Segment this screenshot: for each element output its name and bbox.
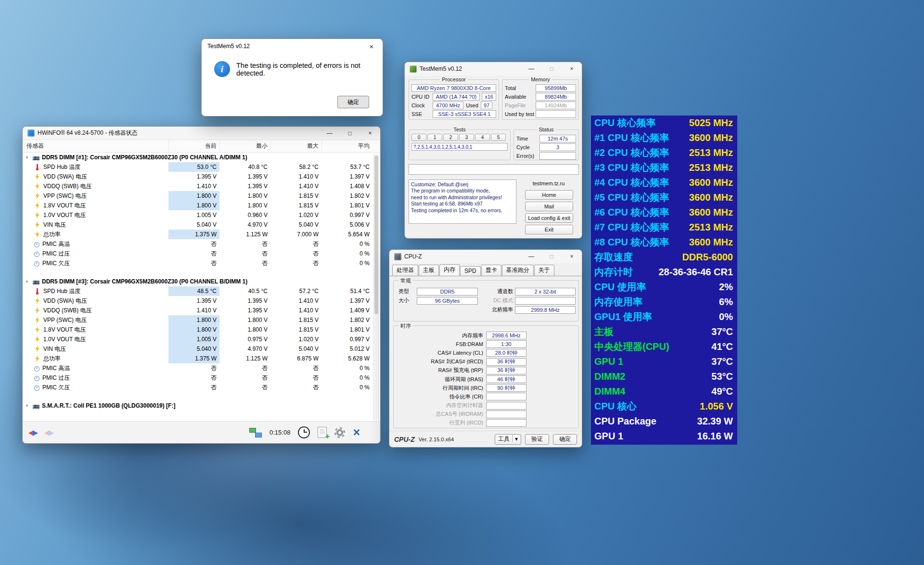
collapse-icon[interactable]: ▼ <box>25 280 33 284</box>
sensor-row[interactable]: VDD (SWA) 电压1.395 V1.395 V1.410 V1.397 V <box>23 296 380 306</box>
sensor-row[interactable]: VIN 电压5.040 V4.970 V5.040 V5.006 V <box>23 220 380 230</box>
sensor-row[interactable]: 1.0V VOUT 电压1.005 V0.975 V1.020 V0.997 V <box>23 334 380 344</box>
osd-value: 53°C <box>711 371 733 382</box>
close-icon[interactable]: × <box>562 62 582 76</box>
timing-label: 循环周期 (tRAS) <box>397 376 486 383</box>
scrollbar-thumb[interactable] <box>374 155 378 314</box>
column-maximum[interactable]: 最大 <box>270 140 321 152</box>
sensor-value: 5.628 W <box>321 354 372 363</box>
memory-stat-field: 89824Mb <box>536 93 576 101</box>
cpuz-footer: CPU-Z Ver. 2.15.0.x64 工具▾ 验证 确定 <box>389 431 582 447</box>
sensor-row[interactable]: PMIC 高温否否否0 % <box>23 363 380 373</box>
hwinfo-title: HWiNFO® 64 v8.24-5700 - 传感器状态 <box>38 129 138 137</box>
cpuz-tab-2[interactable]: 内存 <box>439 264 460 276</box>
settings-gear-icon[interactable] <box>334 427 345 438</box>
test-slot-4-button[interactable]: 4 <box>475 134 490 141</box>
cpuz-brand: CPU-Z <box>394 436 415 443</box>
clock-icon[interactable] <box>298 426 310 438</box>
sensor-row[interactable]: PMIC 过压否否否0 % <box>23 249 380 258</box>
clock-icon <box>34 376 39 381</box>
sensor-section-row[interactable]: ▼S.M.A.R.T.: Coll PE1 1000GB (QLDG300001… <box>23 401 380 411</box>
close-icon[interactable]: × <box>562 250 582 263</box>
left-arrow-icon: ◀ <box>28 428 33 437</box>
remote-monitoring-icon[interactable] <box>249 427 262 437</box>
hwinfo-titlebar[interactable]: HWiNFO® 64 v8.24-5700 - 传感器状态 — □ × <box>23 127 380 140</box>
swap-columns-icon[interactable]: ◀▶ <box>28 428 37 437</box>
collapse-icon[interactable]: ▼ <box>25 155 33 160</box>
close-sensors-icon[interactable]: × <box>353 426 360 438</box>
cpuz-tab-5[interactable]: 基准跑分 <box>502 265 534 276</box>
test-log-listbox[interactable] <box>409 164 579 175</box>
sensor-row[interactable]: SPD Hub 温度48.5 °C40.5 °C57.2 °C51.4 °C <box>23 286 380 296</box>
sensor-row[interactable]: PMIC 高温否否否0 % <box>23 239 380 249</box>
close-icon[interactable]: × <box>360 39 383 53</box>
sensor-row[interactable]: VDD (SWA) 电压1.395 V1.395 V1.410 V1.397 V <box>23 172 380 181</box>
sensor-section-row[interactable]: ▼DDR5 DIMM [#3]: Corsair CMP96GX5M2B6000… <box>23 277 380 286</box>
cpuz-tab-6[interactable]: 关于 <box>534 265 554 276</box>
maximize-icon[interactable]: □ <box>340 127 360 140</box>
minimize-icon[interactable]: — <box>521 250 541 263</box>
collapse-icon[interactable]: ▼ <box>25 404 33 408</box>
sensor-row[interactable]: PMIC 欠压否否否0 % <box>23 258 380 268</box>
tools-button[interactable]: 工具▾ <box>495 434 521 445</box>
sensor-row[interactable]: 1.8V VOUT 电压1.800 V1.800 V1.815 V1.801 V <box>23 325 380 334</box>
dialog-titlebar[interactable]: TestMem5 v0.12 × <box>202 39 383 53</box>
osd-row: GPU 137°C <box>591 354 737 369</box>
column-average[interactable]: 平均 <box>321 140 372 152</box>
cpuz-titlebar[interactable]: CPU-Z — □ × <box>389 250 582 263</box>
sensor-value: 1.800 V <box>168 201 219 210</box>
sensor-row[interactable]: VDDQ (SWB) 电压1.410 V1.395 V1.410 V1.409 … <box>23 306 380 315</box>
sensor-row[interactable]: 总功率1.375 W1.125 W7.000 W5.654 W <box>23 230 380 239</box>
minimize-icon[interactable]: — <box>521 62 541 76</box>
sensor-row[interactable]: 1.0V VOUT 电压1.005 V0.960 V1.020 V0.997 V <box>23 210 380 220</box>
customize-log-box[interactable]: Customize: Default @serjThe program in c… <box>409 180 516 224</box>
osd-label: CPU 使用率 <box>594 281 646 294</box>
sensor-value: 1.815 V <box>270 315 321 325</box>
cpuz-tab-1[interactable]: 主板 <box>419 265 439 276</box>
sensor-row[interactable]: PMIC 欠压否否否0 % <box>23 383 380 392</box>
ok-button[interactable]: 确定 <box>337 96 369 108</box>
test-slot-0-button[interactable]: 0 <box>411 134 426 141</box>
dialog-title: TestMem5 v0.12 <box>207 43 250 50</box>
test-slot-5-button[interactable]: 5 <box>491 134 506 141</box>
minimize-icon[interactable]: — <box>320 127 340 140</box>
load-config-exit-button[interactable]: Load config & exit <box>525 213 573 223</box>
sensor-row[interactable]: VPP (SWC) 电压1.800 V1.800 V1.815 V1.802 V <box>23 191 380 201</box>
sensor-row[interactable]: VIN 电压5.040 V4.970 V5.040 V5.012 V <box>23 344 380 354</box>
sensor-value: 否 <box>270 239 321 249</box>
sensor-row[interactable]: 1.8V VOUT 电压1.800 V1.800 V1.815 V1.801 V <box>23 201 380 210</box>
sensor-row[interactable]: PMIC 过压否否否0 % <box>23 373 380 383</box>
test-slot-2-button[interactable]: 2 <box>443 134 458 141</box>
validate-button[interactable]: 验证 <box>525 434 549 445</box>
test-slot-3-button[interactable]: 3 <box>459 134 474 141</box>
memory-stat-label: PageFile <box>505 103 534 108</box>
sensor-row[interactable]: 总功率1.375 W1.125 W6.875 W5.628 W <box>23 354 380 363</box>
osd-value: 3600 MHz <box>689 192 733 203</box>
close-icon[interactable]: × <box>360 127 380 140</box>
cpuz-tab-4[interactable]: 显卡 <box>481 265 501 276</box>
testmem-site-link[interactable]: testmem.tz.ru <box>518 180 579 186</box>
memory-group: Memory Total95899MbAvailable89824MbPageF… <box>502 79 579 120</box>
sensor-value: 1.397 V <box>321 172 372 181</box>
column-minimum[interactable]: 最小 <box>219 140 270 152</box>
sensor-row[interactable]: VPP (SWC) 电压1.800 V1.800 V1.815 V1.802 V <box>23 315 380 325</box>
exit-button[interactable]: Exit <box>525 225 573 234</box>
testmem5-titlebar[interactable]: TestMem5 v0.12 — □ × <box>405 62 582 76</box>
sensor-row[interactable]: SPD Hub 温度53.0 °C40.8 °C58.2 °C53.7 °C <box>23 162 380 172</box>
osd-row: DIMM449°C <box>591 384 737 399</box>
scrollbar[interactable] <box>373 154 379 420</box>
sensor-section-row[interactable]: ▼DDR5 DIMM [#1]: Corsair CMP96GX5M2B6000… <box>23 153 380 162</box>
osd-row: #6 CPU 核心频率3600 MHz <box>591 205 737 220</box>
column-sensor[interactable]: 传感器 <box>23 140 168 152</box>
test-slot-1-button[interactable]: 1 <box>427 134 442 141</box>
ok-button[interactable]: 确定 <box>553 434 577 445</box>
osd-row: DIMM253°C <box>591 369 737 384</box>
cpuz-tab-3[interactable]: SPD <box>460 266 481 276</box>
sensor-label: VPP (SWC) 电压 <box>43 316 87 324</box>
sensor-row[interactable]: VDDQ (SWB) 电压1.410 V1.395 V1.410 V1.408 … <box>23 181 380 191</box>
mail-button[interactable]: Mail <box>525 202 573 211</box>
report-icon[interactable] <box>318 427 327 438</box>
cpuz-tab-0[interactable]: 处理器 <box>392 265 418 276</box>
column-current[interactable]: 当前 <box>168 140 219 152</box>
home-button[interactable]: Home <box>525 190 573 200</box>
